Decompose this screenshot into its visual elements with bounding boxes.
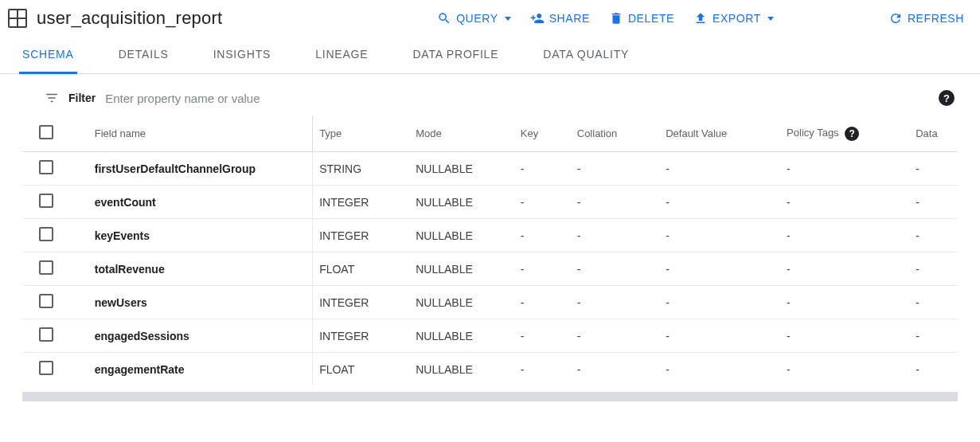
cell-collation: - (571, 353, 659, 386)
tab-lineage[interactable]: LINEAGE (312, 37, 371, 74)
cell-mode: NULLABLE (409, 319, 514, 353)
cell-policy-tags: - (780, 286, 909, 319)
cell-default-value: - (659, 353, 780, 386)
cell-collation: - (571, 152, 659, 186)
chevron-down-icon (505, 17, 511, 21)
table-icon (8, 9, 27, 28)
cell-type: FLOAT (313, 353, 410, 386)
query-button-label: QUERY (456, 12, 498, 25)
tab-schema[interactable]: SCHEMA (19, 37, 77, 74)
row-select-cell (22, 152, 71, 186)
cell-data: - (909, 152, 958, 186)
table-row: totalRevenueFLOATNULLABLE----- (22, 252, 958, 286)
row-checkbox[interactable] (39, 227, 53, 241)
trash-icon (609, 11, 623, 25)
tab-label: DATA QUALITY (543, 48, 629, 61)
cell-field-name: totalRevenue (71, 252, 313, 286)
tab-dataquality[interactable]: DATA QUALITY (540, 37, 632, 74)
cell-default-value: - (659, 252, 780, 286)
cell-collation: - (571, 252, 659, 286)
cell-mode: NULLABLE (409, 286, 514, 319)
cell-field-name: keyEvents (71, 219, 313, 252)
col-type: Type (313, 115, 410, 152)
row-select-cell (22, 186, 71, 219)
cell-field-name: newUsers (71, 286, 313, 319)
filter-label: Filter (68, 92, 96, 104)
row-select-cell (22, 252, 71, 286)
col-field-name: Field name (71, 115, 313, 152)
cell-policy-tags: - (780, 353, 909, 386)
table-row: firstUserDefaultChannelGroupSTRINGNULLAB… (22, 152, 958, 186)
cell-data: - (909, 353, 958, 386)
table-row: engagedSessionsINTEGERNULLABLE----- (22, 319, 958, 353)
cell-mode: NULLABLE (409, 252, 514, 286)
cell-key: - (514, 252, 571, 286)
col-data: Data (909, 115, 958, 152)
cell-default-value: - (659, 186, 780, 219)
col-mode: Mode (409, 115, 514, 152)
select-all-header (22, 115, 71, 152)
cell-default-value: - (659, 319, 780, 353)
cell-default-value: - (659, 219, 780, 252)
tab-dataprofile[interactable]: DATA PROFILE (409, 37, 502, 74)
tab-label: LINEAGE (315, 48, 368, 61)
refresh-button-label: REFRESH (908, 12, 964, 25)
cell-policy-tags: - (780, 319, 909, 353)
tab-insights[interactable]: INSIGHTS (210, 37, 275, 74)
export-button-label: EXPORT (713, 12, 761, 25)
cell-type: FLOAT (313, 252, 410, 286)
search-icon (437, 11, 451, 25)
cell-mode: NULLABLE (409, 152, 514, 186)
cell-key: - (514, 152, 571, 186)
row-select-cell (22, 319, 71, 353)
help-icon[interactable]: ? (845, 127, 859, 141)
cell-field-name: engagementRate (71, 353, 313, 386)
cell-policy-tags: - (780, 219, 909, 252)
cell-type: INTEGER (313, 319, 410, 353)
tab-details[interactable]: DETAILS (115, 37, 172, 74)
row-checkbox[interactable] (39, 260, 53, 275)
cell-key: - (514, 186, 571, 219)
col-collation: Collation (571, 115, 659, 152)
cell-default-value: - (659, 152, 780, 186)
cell-default-value: - (659, 286, 780, 319)
cell-field-name: eventCount (71, 186, 313, 219)
table-row: keyEventsINTEGERNULLABLE----- (22, 219, 958, 252)
row-checkbox[interactable] (39, 327, 53, 342)
table-row: engagementRateFLOATNULLABLE----- (22, 353, 958, 386)
cell-policy-tags: - (780, 186, 909, 219)
help-icon[interactable]: ? (939, 90, 955, 106)
cell-policy-tags: - (780, 152, 909, 186)
row-checkbox[interactable] (39, 361, 53, 375)
row-checkbox[interactable] (39, 294, 53, 308)
table-row: eventCountINTEGERNULLABLE----- (22, 186, 958, 219)
cell-type: INTEGER (313, 286, 410, 319)
cell-type: INTEGER (313, 186, 410, 219)
row-checkbox[interactable] (39, 194, 53, 208)
delete-button[interactable]: DELETE (609, 11, 674, 25)
query-button[interactable]: QUERY (437, 11, 511, 25)
share-button[interactable]: SHARE (530, 11, 590, 25)
row-checkbox[interactable] (39, 160, 53, 174)
refresh-button[interactable]: REFRESH (888, 11, 964, 25)
tab-label: DETAILS (119, 48, 169, 61)
filter-input[interactable] (105, 92, 929, 105)
tabs-bar: SCHEMA DETAILS INSIGHTS LINEAGE DATA PRO… (0, 37, 980, 74)
select-all-checkbox[interactable] (39, 125, 53, 139)
col-policy-tags-label: Policy Tags (787, 127, 839, 139)
row-select-cell (22, 353, 71, 386)
schema-table: Field name Type Mode Key Collation Defau… (22, 115, 958, 385)
export-button[interactable]: EXPORT (693, 11, 774, 25)
cell-type: STRING (313, 152, 410, 186)
table-title: user_acquisition_report (37, 8, 222, 29)
filter-icon (45, 91, 59, 105)
chevron-down-icon (767, 17, 774, 21)
upload-icon (693, 11, 708, 25)
table-row: newUsersINTEGERNULLABLE----- (22, 286, 958, 319)
tab-label: INSIGHTS (213, 48, 271, 61)
schema-table-wrap: Field name Type Mode Key Collation Defau… (0, 115, 980, 385)
horizontal-scrollbar[interactable] (22, 392, 958, 401)
person-add-icon (530, 11, 545, 25)
cell-policy-tags: - (780, 252, 909, 286)
cell-type: INTEGER (313, 219, 410, 252)
